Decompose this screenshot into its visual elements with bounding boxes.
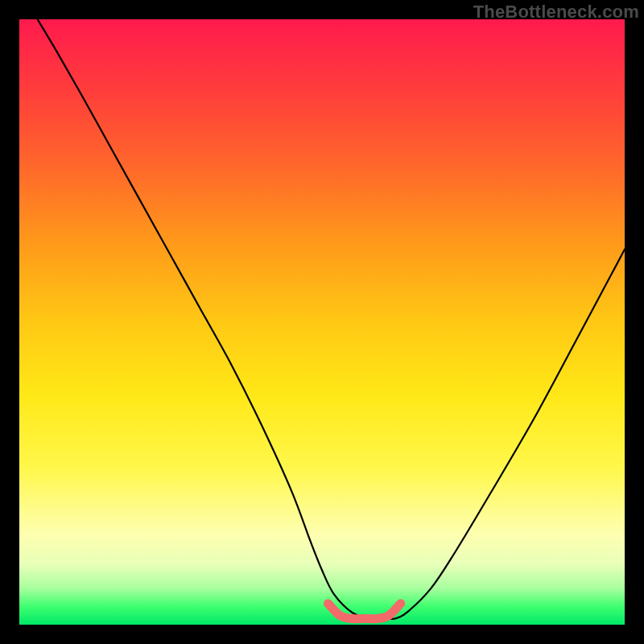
bottleneck-curve — [38, 19, 625, 619]
watermark-text: TheBottleneck.com — [473, 2, 639, 23]
plot-area — [19, 19, 625, 625]
flat-segment — [328, 604, 401, 619]
chart-svg — [19, 19, 625, 625]
chart-canvas: TheBottleneck.com — [0, 0, 644, 644]
